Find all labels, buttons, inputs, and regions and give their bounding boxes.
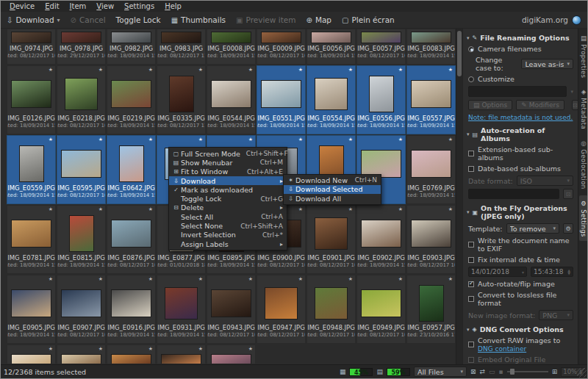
grid-scrollbar-thumb[interactable] [457, 31, 462, 76]
menu-bar-item[interactable]: View [92, 1, 118, 11]
thumbnail-cell[interactable]: ★IMG_E0815.JPGated: 18/09/2014 15 [57, 205, 106, 274]
download-button[interactable]: ⇩ Download ▾ [7, 15, 60, 24]
checkbox-checked-icon[interactable] [468, 281, 474, 287]
fit-to-window-icon[interactable]: ⊠ [470, 368, 476, 375]
thumbnail-cell[interactable]: ★IMG_E0056.JPGated: 18/09/2014 15 [306, 29, 356, 65]
thumbnail-cell[interactable]: ★IMG_E0057.JPGated: 08/12/2017 10 [356, 29, 406, 65]
context-menu-item-delete[interactable]: ⊟Delete▸ [169, 203, 287, 212]
context-menu-item-select-none[interactable]: Select NoneCtrl+Shift+A [169, 221, 287, 230]
submenu-item-download-all[interactable]: ⇩Download All [284, 194, 381, 203]
thumbnail-cell[interactable]: ★IMG_E0905.JPGated: 18/09/2014 15 [7, 275, 56, 344]
sidebar-tab-settings[interactable]: ⚙ Settings [579, 195, 588, 242]
thumbnail-cell[interactable]: ★IMG_0974.JPGated: 08/12/2017 10 [7, 29, 56, 65]
submenu-item-download-new[interactable]: ✶Download NewCtrl+N [284, 176, 381, 185]
customize-radio-row[interactable]: Customize [468, 75, 573, 83]
grid-scrollbar[interactable] [456, 29, 462, 364]
thumbnail-cell[interactable]: ★IMG_E0948.JPGated: 08/12/2017 10 [306, 275, 356, 344]
menu-bar-item[interactable]: Item [65, 1, 91, 11]
date-subalbums-row[interactable]: Date-based sub-albums [468, 165, 573, 173]
change-case-combo[interactable]: Leave as-is ▾ [521, 59, 573, 69]
thumbnail-cell[interactable]: ★IMG_E0083.JPGated: 18/09/2014 15 [406, 29, 456, 65]
thumbnail-cell[interactable]: ★IMG_E0943.JPGated: 08/12/2017 10 [207, 275, 256, 344]
thumbnail-cell[interactable]: ★IMG_E0557.JPGated: 18/09/2014 15 [406, 65, 456, 134]
thumbnail-cell[interactable]: ★IMG_E0556.JPGated: 18/09/2014 15 [356, 65, 406, 134]
checkbox-icon[interactable] [468, 342, 474, 347]
thumbnail-cell[interactable]: ★IMG_E0947.JPGated: 08/12/2017 10 [257, 275, 306, 344]
thumbnail-cell[interactable]: ★IMG_E0876.JPGated: 08/12/2017 10 [107, 205, 156, 274]
thumbnail-cell[interactable]: ★IMG_E0544.JPGated: 18/09/2014 15 [207, 65, 256, 134]
menu-bar-item[interactable]: Help [160, 1, 186, 11]
map-button[interactable]: ⊕ Map [306, 15, 331, 24]
checkbox-icon[interactable] [468, 242, 474, 248]
checkbox-icon[interactable] [468, 166, 474, 172]
thumbnail-cell[interactable]: ★IMG_0978.JPGated: 29/12/2017 10 [57, 29, 106, 65]
thumbnail-cell[interactable]: ★ [157, 344, 206, 364]
context-menu-item-mark-as-downloaded[interactable]: ✓Mark as downloaded [169, 185, 287, 194]
sidebar-tab-metadata[interactable]: ◈ Metadata [579, 84, 588, 134]
template-tool-button[interactable]: ⚙ [563, 223, 573, 234]
context-menu-item-select-all[interactable]: Select AllCtrl+A [169, 212, 287, 221]
context-menu-item-download[interactable]: ⇩Download▸ [169, 176, 287, 185]
thumbnail-cell[interactable]: ★IMG_E0931.JPGated: 18/09/2014 15 [157, 275, 206, 344]
dng-container-link[interactable]: DNG container [478, 345, 526, 353]
thumbnail-cell[interactable]: ★IMG_E0907.JPGated: 08/12/2017 10 [57, 275, 106, 344]
thumbnail-cell[interactable]: ★IMG_E0901.JPGated: 08/12/2017 10 [306, 205, 356, 274]
zoom-in-icon[interactable]: ⊞ [552, 368, 558, 375]
metadata-note-link[interactable]: Note: file metadata is not used. [468, 114, 573, 121]
template-combo[interactable]: To remove ▾ [506, 223, 559, 234]
thumbnail-cell[interactable]: ★IMG_E0126.JPGated: 18/09/2014 15 [7, 65, 56, 134]
context-menu-item-toggle-lock[interactable]: Toggle LockCtrl+G [169, 194, 287, 203]
thumbnail-cell[interactable]: ★ [107, 344, 156, 364]
thumbnail-cell[interactable]: ★IMG_E0218.JPGated: 08/12/2017 10 [57, 65, 106, 134]
sidebar-tab-properties[interactable]: ▤ Properties [579, 30, 588, 82]
fullscreen-button[interactable]: ▢ Plein écran [342, 15, 395, 24]
camera-filenames-radio-row[interactable]: Camera filenames [468, 45, 573, 53]
section-header-file-renaming[interactable]: ▾ ✎ File Renaming Options [467, 34, 573, 42]
fix-date-row[interactable]: Fix internal date & time [468, 256, 573, 264]
convert-lossless-row[interactable]: Convert to lossless file format [468, 291, 573, 307]
thumbnail-cell[interactable]: ★IMG_E0916.JPGated: 18/09/2014 15 [107, 275, 156, 344]
thumbnail-cell[interactable]: ★IMG_E0009.JPGated: 08/12/2017 10 [257, 29, 306, 65]
context-menu-item-full-screen-mode[interactable]: ▢Full Screen ModeCtrl+Shift+F [169, 149, 287, 158]
section-header-on-the-fly[interactable]: ▾ ▣ On the Fly Operations (JPEG only) [467, 204, 573, 220]
thumbnail-cell[interactable]: ★ [7, 344, 56, 364]
radio-icon[interactable] [468, 46, 474, 52]
thumbnail-cell[interactable]: ★IMG_E0559.JPGated: 18/09/2014 15 [7, 135, 56, 204]
thumbnail-cell[interactable]: ★IMG_E0902.JPGated: 18/09/2014 15 [356, 205, 406, 274]
context-menu-item-show-menubar[interactable]: ▤Show MenubarCtrl+M [169, 158, 287, 167]
menu-bar-item[interactable]: Edit [40, 1, 63, 11]
thumbnail-cell[interactable]: ★IMG_E0551.JPGated: 18/09/2014 15 [257, 65, 306, 134]
radio-icon[interactable] [468, 76, 474, 82]
context-menu-item-fit-to-window[interactable]: ⊞Fit to WindowCtrl+Alt+E [169, 167, 287, 176]
thumbnail-cell[interactable]: ★IMG_E0781.JPGated: 18/09/2014 15 [7, 205, 56, 274]
thumbnail-cell[interactable]: ★IMG_E0957.JPGated: 23/10/2016 17 [406, 275, 456, 344]
context-menu-item-assign-labels[interactable]: Assign Labels▸ [169, 239, 287, 248]
thumbnail-cell[interactable]: ★IMG_0983.JPGated: 08/12/2017 11 [157, 29, 206, 65]
zoom-slider[interactable] [507, 371, 548, 372]
context-menu-item-invert-selection[interactable]: Invert SelectionCtrl+* [169, 231, 287, 239]
thumbnail-cell[interactable]: ★ [207, 344, 256, 364]
resize-grip[interactable] [577, 368, 587, 378]
rename-pattern-input[interactable] [468, 86, 567, 97]
auto-rotate-row[interactable]: Auto-rotate/flip image [468, 280, 573, 288]
thumbnail-cell[interactable]: ★IMG_E0008.JPGated: 18/09/2014 15 [207, 29, 256, 65]
thumbnail-cell[interactable]: ★IMG_E0219.JPGated: 18/09/2014 15 [107, 65, 156, 134]
thumbnail-cell[interactable]: ★IMG_E0903.JPGated: 08/12/2017 10 [406, 205, 456, 274]
thumbnail-cell[interactable]: ★IMG_E0949.JPGated: 08/12/2017 10 [356, 275, 406, 344]
write-exif-row[interactable]: Write the document name to EXIF [468, 237, 573, 253]
thumbnail-cell[interactable]: ★IMG_E0335.JPGated: 08/12/2017 11 [157, 65, 206, 134]
checkbox-icon[interactable] [468, 257, 474, 263]
zoom-100-icon[interactable]: ⇄ [480, 368, 486, 375]
section-header-dng[interactable]: ▾ ◈ DNG Convert Options [467, 325, 573, 333]
convert-raw-row[interactable]: Convert RAW images to DNG container [468, 336, 573, 353]
thumbnail-cell[interactable]: ★IMG_E0769.JPGated: 18/09/2014 15 [406, 135, 456, 204]
extension-subalbums-row[interactable]: Extension-based sub-albums [468, 145, 573, 162]
thumbnail-cell[interactable]: ★ [57, 344, 106, 364]
menu-bar-item[interactable]: Device [5, 1, 39, 11]
thumbnails-button[interactable]: ▦ Thumbnails [171, 15, 226, 24]
sidebar-tab-geolocation[interactable]: ◎ Geolocation [579, 135, 588, 193]
thumbnail-cell[interactable]: ★IMG_E0642.JPGated: 18/09/2014 15 [107, 135, 156, 204]
toggle-lock-button[interactable]: Toggle Lock [116, 15, 161, 24]
thumbnail-cell[interactable]: ★IMG_E0595.JPGated: 08/12/2017 10 [57, 135, 106, 204]
checkbox-icon[interactable] [468, 151, 474, 156]
